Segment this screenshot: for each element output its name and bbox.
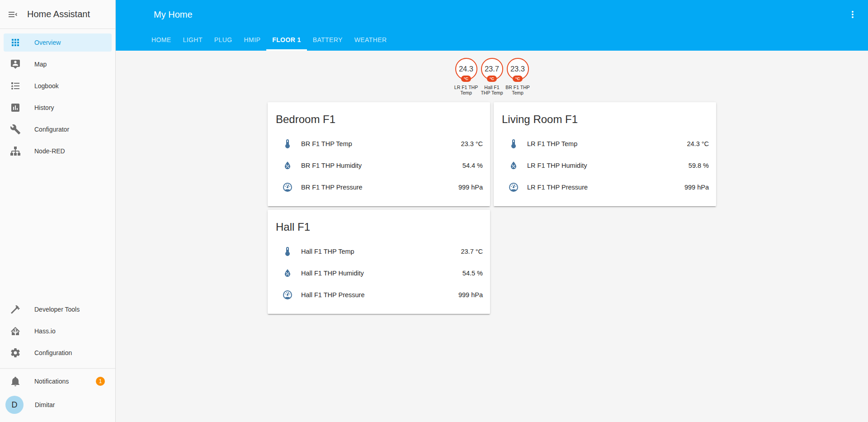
entity-row-br-f1-thp-temp[interactable]: BR F1 THP Temp 23.3 °C bbox=[275, 133, 483, 155]
cards-column-right: Living Room F1 LR F1 THP Temp 24.3 °C LR… bbox=[494, 102, 716, 206]
entity-name: LR F1 THP Temp bbox=[527, 140, 577, 147]
badge-circle: 23.3 °C bbox=[507, 58, 529, 80]
page-title: My Home bbox=[154, 9, 193, 20]
badge-hall-f1-thp-temp[interactable]: 23.7 °C Hall F1 THP Temp bbox=[479, 58, 505, 96]
kebab-menu-icon[interactable] bbox=[847, 9, 858, 20]
badge-value: 23.3 bbox=[510, 65, 525, 73]
sidebar-item-notifications[interactable]: Notifications 1 bbox=[4, 372, 112, 390]
badge-unit: °C bbox=[487, 76, 497, 82]
tab-light[interactable]: LIGHT bbox=[177, 29, 208, 51]
gear-icon bbox=[10, 347, 21, 358]
entity-state: 59.8 % bbox=[689, 162, 709, 169]
entity-state: 54.5 % bbox=[462, 270, 483, 277]
content-area: 24.3 °C LR F1 THP Temp 23.7 °C Hall F1 T… bbox=[116, 51, 868, 422]
notification-count-badge: 1 bbox=[96, 377, 105, 386]
app-title: Home Assistant bbox=[27, 9, 90, 19]
badge-circle: 23.7 °C bbox=[481, 58, 503, 80]
card-hall-f1: Hall F1 Hall F1 THP Temp 23.7 °C Hall F1… bbox=[268, 210, 490, 314]
gauge-icon bbox=[508, 182, 519, 193]
sidebar-spacer bbox=[0, 164, 115, 300]
entity-name: LR F1 THP Humidity bbox=[527, 162, 587, 169]
gauge-icon bbox=[282, 289, 293, 300]
badges-row: 24.3 °C LR F1 THP Temp 23.7 °C Hall F1 T… bbox=[116, 58, 868, 96]
badge-value: 24.3 bbox=[459, 65, 473, 73]
bell-icon bbox=[10, 376, 21, 387]
entity-name: Hall F1 THP Pressure bbox=[301, 291, 364, 299]
sidebar-item-logbook[interactable]: Logbook bbox=[4, 77, 112, 95]
entity-state: 23.3 °C bbox=[461, 140, 483, 147]
tab-weather[interactable]: WEATHER bbox=[349, 29, 393, 51]
entity-state: 23.7 °C bbox=[461, 248, 483, 255]
badge-value: 23.7 bbox=[485, 65, 499, 73]
badge-label: LR F1 THP Temp bbox=[454, 85, 478, 96]
entity-row-hall-f1-thp-pressure[interactable]: Hall F1 THP Pressure 999 hPa bbox=[275, 284, 483, 306]
sidebar-item-configurator[interactable]: Configurator bbox=[4, 120, 112, 138]
sidebar-item-overview[interactable]: Overview bbox=[4, 33, 112, 52]
sidebar-item-developer-tools[interactable]: Developer Tools bbox=[4, 300, 112, 318]
entity-row-hall-f1-thp-humidity[interactable]: Hall F1 THP Humidity 54.5 % bbox=[275, 262, 483, 284]
cards-area: Bedroom F1 BR F1 THP Temp 23.3 °C BR F1 … bbox=[268, 102, 716, 314]
badge-label: BR F1 THP Temp bbox=[505, 85, 530, 96]
entity-state: 999 hPa bbox=[458, 184, 483, 191]
sidebar-bottom-menu: Developer Tools Hass.io Configuration bbox=[0, 300, 115, 365]
entity-state: 999 hPa bbox=[458, 291, 483, 299]
divider bbox=[0, 368, 115, 369]
tab-bar: HOMELIGHTPLUGHMIPFLOOR 1BATTERYWEATHER bbox=[116, 29, 868, 51]
sidebar-header: Home Assistant bbox=[0, 0, 115, 29]
entity-state: 54.4 % bbox=[462, 162, 483, 169]
cards-column-left: Bedroom F1 BR F1 THP Temp 23.3 °C BR F1 … bbox=[268, 102, 490, 314]
tab-plug[interactable]: PLUG bbox=[208, 29, 238, 51]
badge-label: Hall F1 THP Temp bbox=[480, 85, 504, 96]
hammer-icon bbox=[10, 304, 21, 315]
entity-name: Hall F1 THP Humidity bbox=[301, 270, 364, 277]
sidebar-item-map[interactable]: Map bbox=[4, 55, 112, 73]
tab-floor-1[interactable]: FLOOR 1 bbox=[266, 29, 307, 51]
app-header-title-row: My Home bbox=[116, 0, 868, 29]
entity-row-hall-f1-thp-temp[interactable]: Hall F1 THP Temp 23.7 °C bbox=[275, 241, 483, 262]
sitemap-icon bbox=[10, 146, 21, 156]
entity-row-br-f1-thp-humidity[interactable]: BR F1 THP Humidity 54.4 % bbox=[275, 155, 483, 176]
apps-grid-icon bbox=[10, 37, 21, 48]
card-living-room-f1: Living Room F1 LR F1 THP Temp 24.3 °C LR… bbox=[494, 102, 716, 206]
avatar: D bbox=[5, 396, 24, 414]
gauge-icon bbox=[282, 182, 293, 193]
tab-hmip[interactable]: HMIP bbox=[238, 29, 267, 51]
entity-name: BR F1 THP Pressure bbox=[301, 184, 363, 191]
badge-circle: 24.3 °C bbox=[455, 58, 477, 80]
sidebar-item-configuration[interactable]: Configuration bbox=[4, 344, 112, 362]
badge-br-f1-thp-temp[interactable]: 23.3 °C BR F1 THP Temp bbox=[505, 58, 531, 96]
thermometer-icon bbox=[508, 138, 519, 149]
entity-row-lr-f1-thp-humidity[interactable]: LR F1 THP Humidity 59.8 % bbox=[501, 155, 709, 176]
entity-name: Hall F1 THP Temp bbox=[301, 248, 354, 255]
sidebar-item-node-red[interactable]: Node-RED bbox=[4, 142, 112, 160]
sidebar-item-profile[interactable]: D Dimitar bbox=[0, 394, 115, 422]
entity-state: 24.3 °C bbox=[687, 140, 709, 147]
card-bedroom-f1: Bedroom F1 BR F1 THP Temp 23.3 °C BR F1 … bbox=[268, 102, 490, 206]
entity-row-lr-f1-thp-temp[interactable]: LR F1 THP Temp 24.3 °C bbox=[501, 133, 709, 155]
tab-battery[interactable]: BATTERY bbox=[307, 29, 349, 51]
sidebar-menu: Overview Map Logbook History Configurato… bbox=[0, 29, 115, 164]
water-percent-icon bbox=[282, 160, 293, 171]
home-assistant-logo-icon bbox=[10, 326, 21, 337]
bar-chart-box-icon bbox=[10, 102, 21, 113]
sidebar-item-hass-io[interactable]: Hass.io bbox=[4, 322, 112, 340]
tab-home[interactable]: HOME bbox=[146, 29, 177, 51]
thermometer-icon bbox=[282, 246, 293, 257]
profile-name: Dimitar bbox=[35, 401, 55, 408]
sidebar: Home Assistant Overview Map Logbook Hist… bbox=[0, 0, 116, 422]
badge-lr-f1-thp-temp[interactable]: 24.3 °C LR F1 THP Temp bbox=[453, 58, 479, 96]
sidebar-item-history[interactable]: History bbox=[4, 99, 112, 117]
entity-state: 999 hPa bbox=[684, 184, 709, 191]
entity-name: BR F1 THP Temp bbox=[301, 140, 352, 147]
water-percent-icon bbox=[282, 268, 293, 279]
app-header: My Home HOMELIGHTPLUGHMIPFLOOR 1BATTERYW… bbox=[116, 0, 868, 51]
water-percent-icon bbox=[508, 160, 519, 171]
badge-unit: °C bbox=[461, 76, 471, 82]
entity-row-lr-f1-thp-pressure[interactable]: LR F1 THP Pressure 999 hPa bbox=[501, 176, 709, 198]
entity-row-br-f1-thp-pressure[interactable]: BR F1 THP Pressure 999 hPa bbox=[275, 176, 483, 198]
card-title: Bedroom F1 bbox=[275, 113, 483, 126]
sidebar-item-label: Notifications bbox=[34, 378, 69, 385]
wrench-icon bbox=[10, 124, 21, 135]
entity-name: LR F1 THP Pressure bbox=[527, 184, 588, 191]
menu-toggle-icon[interactable] bbox=[7, 9, 18, 20]
